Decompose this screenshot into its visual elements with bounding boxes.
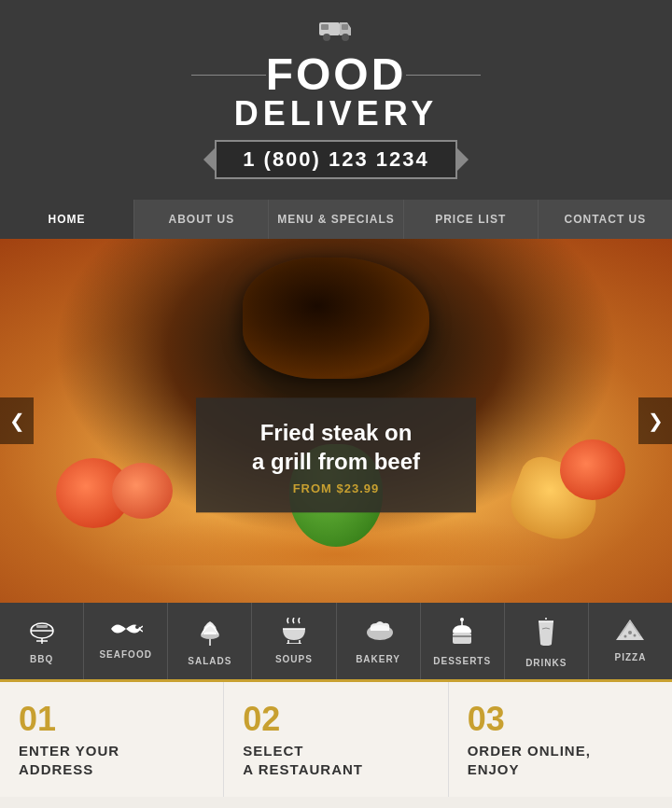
desserts-icon bbox=[428, 618, 497, 650]
cat-seafood[interactable]: SEAFOOD bbox=[84, 603, 168, 679]
cat-soups[interactable]: SOUPS bbox=[252, 603, 336, 679]
garnish2-decoration bbox=[560, 439, 625, 500]
hero-caption: Fried steak on a grill from beef FROM $2… bbox=[196, 397, 476, 512]
svg-point-21 bbox=[460, 618, 464, 621]
hero-slider: Fried steak on a grill from beef FROM $2… bbox=[0, 239, 672, 603]
main-nav: HOME ABOUT US MENU & SPECIALS PRICE LIST… bbox=[0, 200, 672, 239]
pizza-label: PIZZA bbox=[596, 652, 665, 662]
desserts-label: DESSERTS bbox=[428, 656, 497, 666]
seafood-label: SEAFOOD bbox=[91, 649, 160, 660]
svg-rect-19 bbox=[453, 633, 471, 644]
svg-point-18 bbox=[367, 625, 393, 640]
step-1-text: ENTER YOUR ADDRESS bbox=[19, 743, 119, 777]
nav-home[interactable]: HOME bbox=[0, 200, 134, 239]
hero-title: Fried steak on a grill from beef bbox=[233, 418, 439, 476]
cat-salads[interactable]: SALADS bbox=[168, 603, 252, 679]
cat-drinks[interactable]: DRINKS bbox=[505, 603, 589, 679]
cat-bakery[interactable]: BAKERY bbox=[337, 603, 421, 679]
hero-price: FROM $23.99 bbox=[233, 482, 439, 496]
cat-bbq[interactable]: BBQ bbox=[0, 603, 84, 679]
svg-point-2 bbox=[323, 34, 330, 41]
steak-decoration bbox=[243, 258, 429, 379]
truck-icon bbox=[319, 17, 353, 47]
salads-label: SALADS bbox=[175, 656, 244, 666]
tomato2-decoration bbox=[112, 463, 173, 519]
title-food: FOOD bbox=[266, 52, 407, 97]
svg-rect-4 bbox=[321, 24, 329, 30]
svg-rect-8 bbox=[36, 625, 48, 628]
bbq-label: BBQ bbox=[7, 654, 76, 664]
title-line: FOOD bbox=[0, 52, 672, 97]
cat-desserts[interactable]: DESSERTS bbox=[421, 603, 505, 679]
step-3-text: ORDER ONLINE, ENJOY bbox=[468, 743, 591, 777]
bbq-icon bbox=[7, 618, 76, 648]
slider-next-button[interactable]: ❯ bbox=[638, 397, 672, 444]
phone-number: 1 (800) 123 1234 bbox=[243, 147, 429, 172]
svg-point-3 bbox=[342, 34, 349, 41]
soups-icon bbox=[259, 618, 328, 648]
slider-prev-button[interactable]: ❮ bbox=[0, 397, 34, 444]
steps-section: 01 ENTER YOUR ADDRESS 02 SELECT A RESTAU… bbox=[0, 679, 672, 797]
nav-menu[interactable]: MENU & SPECIALS bbox=[269, 200, 403, 239]
truck-icon-wrapper bbox=[0, 17, 672, 49]
salads-icon bbox=[175, 618, 244, 650]
svg-point-27 bbox=[634, 634, 637, 637]
pizza-icon bbox=[596, 618, 665, 647]
site-header: FOOD DELIVERY 1 (800) 123 1234 bbox=[0, 0, 672, 200]
bakery-label: BAKERY bbox=[344, 654, 413, 664]
step-3-number: 03 bbox=[468, 703, 653, 736]
soups-label: SOUPS bbox=[259, 654, 328, 664]
step-1-number: 01 bbox=[19, 703, 204, 736]
cat-pizza[interactable]: PIZZA bbox=[589, 603, 672, 679]
drinks-icon bbox=[512, 618, 581, 652]
category-bar: BBQ SEAFOOD SALADS bbox=[0, 603, 672, 679]
nav-price[interactable]: PRICE LIST bbox=[404, 200, 539, 239]
nav-contact[interactable]: CONTACT US bbox=[539, 200, 672, 239]
drinks-label: DRINKS bbox=[512, 658, 581, 668]
title-delivery: DELIVERY bbox=[0, 97, 672, 131]
svg-point-26 bbox=[624, 635, 627, 638]
nav-about[interactable]: ABOUT US bbox=[134, 200, 269, 239]
seafood-icon bbox=[91, 618, 160, 644]
step-2-text: SELECT A RESTAURANT bbox=[243, 743, 363, 777]
bakery-icon bbox=[344, 618, 413, 648]
svg-point-25 bbox=[628, 631, 632, 634]
step-3: 03 ORDER ONLINE, ENJOY bbox=[449, 682, 672, 797]
step-2-number: 02 bbox=[243, 703, 428, 736]
svg-point-12 bbox=[201, 632, 219, 639]
step-1: 01 ENTER YOUR ADDRESS bbox=[0, 682, 224, 797]
step-2: 02 SELECT A RESTAURANT bbox=[224, 682, 448, 797]
svg-point-11 bbox=[135, 625, 139, 629]
svg-rect-5 bbox=[342, 24, 348, 30]
phone-banner: 1 (800) 123 1234 bbox=[215, 140, 457, 179]
